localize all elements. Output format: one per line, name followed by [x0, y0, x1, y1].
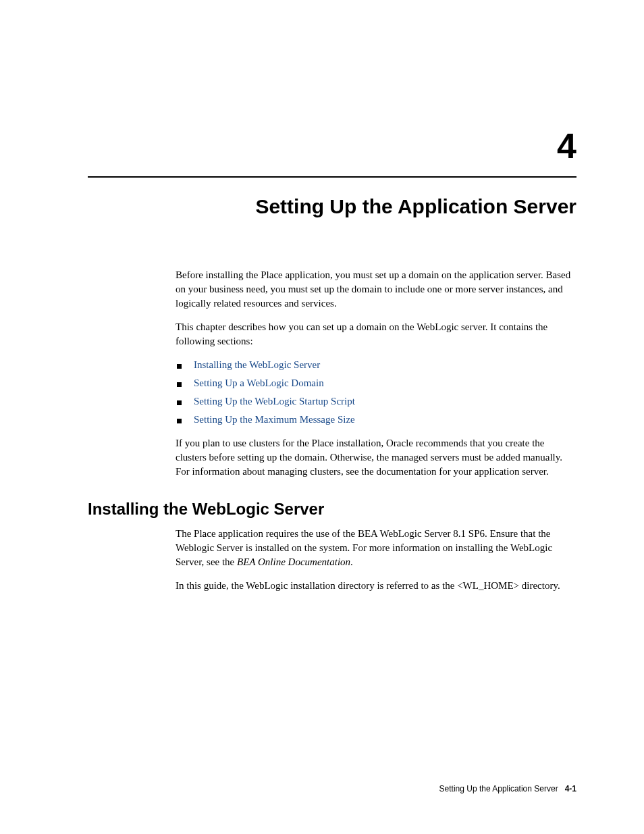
after-toc-paragraph: If you plan to use clusters for the Plac… — [176, 436, 576, 479]
toc-item: Setting Up the Maximum Message Size — [176, 413, 576, 427]
section1-p1-italic: BEA Online Documentation — [237, 556, 350, 567]
intro-paragraph-1: Before installing the Place application,… — [176, 268, 576, 311]
section1-paragraph-1: The Place application requires the use o… — [176, 527, 576, 569]
toc-link-startup[interactable]: Setting Up the WebLogic Startup Script — [194, 394, 355, 409]
section-toc-list: Installing the WebLogic Server Setting U… — [176, 358, 576, 427]
toc-item: Installing the WebLogic Server — [176, 358, 576, 372]
section1-p1-post: . — [350, 556, 353, 567]
section1-p1-pre: The Place application requires the use o… — [176, 528, 552, 567]
bullet-icon — [177, 364, 182, 369]
chapter-rule — [88, 176, 576, 178]
chapter-number: 4 — [88, 122, 576, 171]
toc-link-domain[interactable]: Setting Up a WebLogic Domain — [194, 376, 324, 390]
bullet-icon — [177, 419, 182, 423]
chapter-title: Setting Up the Application Server — [88, 192, 576, 221]
bullet-icon — [177, 382, 182, 387]
toc-link-message-size[interactable]: Setting Up the Maximum Message Size — [194, 413, 355, 427]
section-heading-installing: Installing the WebLogic Server — [88, 498, 576, 521]
footer-page-number: 4-1 — [565, 784, 576, 793]
section1-paragraph-2: In this guide, the WebLogic installation… — [176, 579, 576, 593]
bullet-icon — [177, 400, 182, 405]
toc-link-installing[interactable]: Installing the WebLogic Server — [194, 358, 320, 372]
toc-item: Setting Up a WebLogic Domain — [176, 376, 576, 390]
toc-item: Setting Up the WebLogic Startup Script — [176, 394, 576, 409]
footer-text: Setting Up the Application Server — [439, 784, 558, 793]
intro-paragraph-2: This chapter describes how you can set u… — [176, 320, 576, 348]
page-footer: Setting Up the Application Server 4-1 — [439, 783, 576, 795]
